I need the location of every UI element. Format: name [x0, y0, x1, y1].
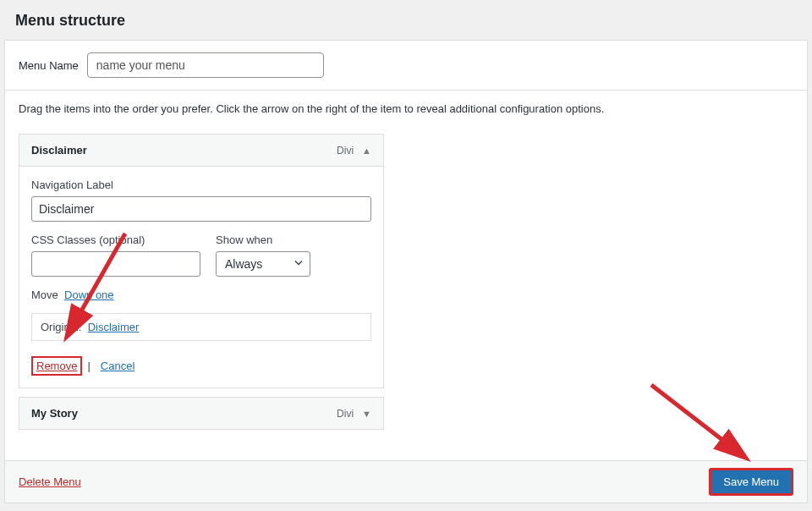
- cancel-link[interactable]: Cancel: [101, 360, 134, 372]
- original-link[interactable]: Disclaimer: [88, 321, 140, 333]
- menu-name-label: Menu Name: [19, 59, 79, 72]
- menu-item-settings: Navigation Label CSS Classes (optional) …: [19, 167, 384, 388]
- footer-bar: Delete Menu Save Menu: [5, 460, 807, 503]
- navigation-label-input[interactable]: [31, 196, 371, 222]
- navigation-label-label: Navigation Label: [31, 179, 371, 191]
- menu-item-disclaimer[interactable]: Disclaimer Divi ▲ Navigation Label CSS C…: [19, 134, 384, 388]
- css-classes-input[interactable]: [31, 251, 200, 277]
- menu-structure-panel: Menu Name Drag the items into the order …: [4, 40, 808, 503]
- move-label: Move: [31, 288, 58, 301]
- menu-items-list: Disclaimer Divi ▲ Navigation Label CSS C…: [19, 134, 384, 430]
- show-when-label: Show when: [216, 234, 371, 246]
- menu-item-header[interactable]: My Story Divi ▼: [19, 397, 384, 430]
- separator: |: [87, 360, 90, 372]
- move-down-link[interactable]: Down one: [64, 288, 114, 301]
- remove-link[interactable]: Remove: [31, 356, 82, 376]
- menu-item-type: Divi: [337, 408, 354, 420]
- save-menu-button[interactable]: Save Menu: [709, 468, 793, 496]
- menu-item-title: My Story: [31, 407, 78, 420]
- page-title: Menu structure: [15, 12, 797, 30]
- css-classes-label: CSS Classes (optional): [31, 234, 200, 246]
- menu-name-input[interactable]: [87, 52, 324, 78]
- menu-item-header[interactable]: Disclaimer Divi ▲: [19, 134, 384, 167]
- expand-icon[interactable]: ▼: [362, 409, 371, 419]
- original-label: Original:: [41, 321, 81, 333]
- show-when-select[interactable]: Always: [216, 251, 310, 277]
- original-box: Original: Disclaimer: [31, 313, 371, 341]
- instructions-text: Drag the items into the order you prefer…: [19, 102, 793, 115]
- delete-menu-link[interactable]: Delete Menu: [19, 475, 81, 488]
- menu-item-type: Divi: [337, 145, 354, 157]
- menu-item-title: Disclaimer: [31, 144, 87, 157]
- menu-item-my-story[interactable]: My Story Divi ▼: [19, 397, 384, 430]
- collapse-icon[interactable]: ▲: [362, 146, 371, 156]
